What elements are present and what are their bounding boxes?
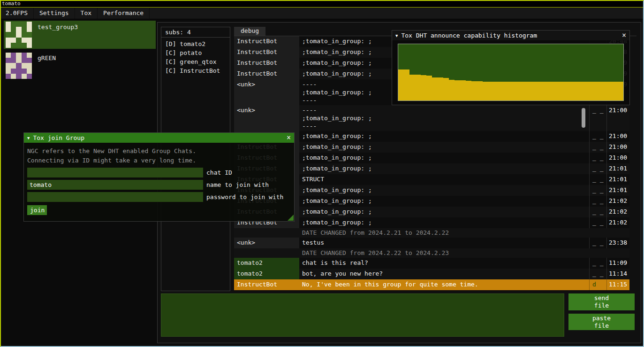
chat-sender: InstructBot xyxy=(234,69,299,79)
member-item[interactable]: [C] potato xyxy=(161,49,230,58)
chat-message: chat is this real? xyxy=(299,258,589,269)
paste-file-button[interactable]: paste file xyxy=(568,314,635,330)
menu-bar: 2.0FPSSettingsToxPerformance xyxy=(0,8,644,19)
chat-message: ;tomato_in_group: ; xyxy=(299,163,589,174)
histogram-bar xyxy=(505,82,511,100)
contact-list: test_group3gREEN xyxy=(4,21,156,83)
close-icon[interactable]: × xyxy=(287,134,291,141)
chat-flags: _ _ xyxy=(589,207,606,217)
member-item[interactable]: [C] InstructBot xyxy=(161,67,230,76)
chat-flags: _ _ xyxy=(589,196,606,207)
chat-sender: InstructBot xyxy=(234,36,299,47)
chat-sender: <unk> xyxy=(234,238,299,248)
histogram-bar xyxy=(404,69,409,100)
histogram-bar xyxy=(522,82,528,100)
menu-item-performance[interactable]: Performance xyxy=(98,8,150,19)
chat-flags: _ _ xyxy=(589,142,606,153)
member-list: [D] tomato2[C] potato[C] green_qtox[C] I… xyxy=(161,38,230,76)
histogram-bar xyxy=(421,75,426,100)
chat-time: 21:02 xyxy=(606,196,629,207)
chat-sender: InstructBot xyxy=(234,47,299,58)
menu-item-settings[interactable]: Settings xyxy=(34,8,75,19)
chat-flags: _ _ xyxy=(589,217,606,228)
date-separator: DATE CHANGED from 2024.2.22 to 2024.2.23 xyxy=(234,248,629,258)
chat-message: ;tomato_in_group: ; xyxy=(299,196,589,207)
chat-message: bot, are you new here? xyxy=(299,269,589,279)
chat-flags: _ _ xyxy=(589,185,606,196)
message-input[interactable] xyxy=(161,293,564,337)
histogram-bar xyxy=(578,82,584,100)
histogram-bar xyxy=(601,82,606,100)
histogram-bar xyxy=(550,82,556,100)
chat-time: 23:38 xyxy=(606,238,629,248)
chat-sender: <unk> xyxy=(234,105,299,131)
menu-item-tox[interactable]: Tox xyxy=(75,8,98,19)
join-input-2[interactable] xyxy=(27,192,203,202)
member-item[interactable]: [C] green_qtox xyxy=(161,58,230,67)
close-icon[interactable]: × xyxy=(622,32,626,39)
join-info-lines: NGC refers to the New DHT enabled Group … xyxy=(27,147,291,165)
message-scrollbar[interactable] xyxy=(582,108,585,128)
chat-message: No, I've been in this group for quite so… xyxy=(299,279,589,290)
date-text: DATE CHANGED from 2024.2.22 to 2024.2.23 xyxy=(299,248,629,258)
join-button[interactable]: join xyxy=(27,205,47,215)
date-text: DATE CHANGED from 2024.2.21 to 2024.2.22 xyxy=(299,228,629,238)
join-group-titlebar[interactable]: ▼ Tox join Group × xyxy=(24,133,294,143)
contact-row-gREEN[interactable]: gREEN xyxy=(4,52,156,80)
join-field-label: name to join with xyxy=(206,181,269,188)
chat-sender: tomato2 xyxy=(234,269,299,279)
send-file-button[interactable]: send file xyxy=(568,293,635,310)
histogram-bar xyxy=(438,77,443,100)
join-input-0[interactable] xyxy=(27,168,203,177)
chat-row[interactable]: InstructBotNo, I've been in this group f… xyxy=(234,279,629,290)
histogram-bar xyxy=(606,82,612,100)
member-item[interactable]: [D] tomato2 xyxy=(161,40,230,49)
chat-message: ;tomato_in_group: ; xyxy=(299,185,589,196)
chat-row[interactable]: tomato2chat is this real?_ _11:09 xyxy=(234,258,629,269)
date-separator: DATE CHANGED from 2024.2.21 to 2024.2.22 xyxy=(234,228,629,238)
join-group-window: ▼ Tox join Group × NGC refers to the New… xyxy=(23,132,295,222)
histogram-bar xyxy=(449,80,455,100)
histogram-plot xyxy=(398,44,624,101)
chat-time: 21:00 xyxy=(606,105,629,131)
date-spacer xyxy=(234,248,299,258)
chat-sender: <unk> xyxy=(234,79,299,105)
chat-time: 11:15 xyxy=(606,279,629,290)
collapse-arrow-icon[interactable]: ▼ xyxy=(395,33,398,38)
histogram-bar xyxy=(455,80,460,100)
chat-sender: tomato2 xyxy=(234,258,299,269)
chat-flags: d xyxy=(589,279,606,290)
window-titlebar[interactable]: tomato xyxy=(0,0,644,8)
chat-flags: _ _ xyxy=(589,258,606,269)
chat-time: 11:09 xyxy=(606,258,629,269)
fps-indicator: 2.0FPS xyxy=(0,8,34,19)
histogram-bar xyxy=(511,82,516,100)
chat-row[interactable]: <unk>---- ;tomato_in_group: ; ----_ _21:… xyxy=(234,105,629,131)
join-group-title: Tox join Group xyxy=(33,134,84,141)
chat-row[interactable]: tomato2bot, are you new here?_ _11:14 xyxy=(234,269,629,279)
contact-row-test_group3[interactable]: test_group3 xyxy=(4,21,156,49)
join-input-1[interactable]: tomato xyxy=(27,180,203,190)
chat-row[interactable]: <unk>testus_ _23:38 xyxy=(234,238,629,248)
resize-grip[interactable] xyxy=(288,215,294,221)
join-field-1: tomatoname to join with xyxy=(27,180,291,190)
chat-message: ---- ;tomato_in_group: ; ---- xyxy=(299,105,589,131)
histogram-bar xyxy=(539,82,545,100)
histogram-bar xyxy=(460,80,466,100)
chat-time: 21:01 xyxy=(606,163,629,174)
histogram-window: ▼ Tox DHT announce capability histogram … xyxy=(392,30,630,105)
histogram-bar xyxy=(398,69,404,100)
chat-sender: InstructBot xyxy=(234,279,299,290)
tab-debug[interactable]: debug xyxy=(234,27,265,36)
histogram-bar xyxy=(590,82,595,100)
contact-avatar xyxy=(6,22,32,48)
histogram-bar xyxy=(556,82,561,100)
window-title: tomato xyxy=(2,0,21,7)
histogram-bar xyxy=(443,78,449,100)
chat-time: 21:01 xyxy=(606,174,629,185)
histogram-titlebar[interactable]: ▼ Tox DHT announce capability histogram … xyxy=(392,31,629,40)
members-header: subs: 4 xyxy=(161,27,230,38)
collapse-arrow-icon[interactable]: ▼ xyxy=(27,136,30,140)
chat-flags: _ _ xyxy=(589,105,606,131)
contact-avatar xyxy=(6,53,32,79)
